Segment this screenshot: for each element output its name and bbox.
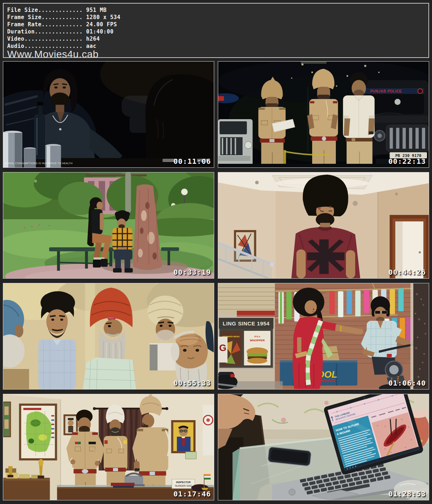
screenshot-grid: COHOL CONSUMPTIONS IS INJURIOUS TO HEALT… [3,61,429,500]
scene-home-interior [218,172,429,278]
scene-laptop: THE LONDON WOUNDS CENTRE HOW TO SUTURE A… [218,394,429,500]
nameplate [172,479,195,489]
scene-park [3,172,214,278]
wall-banner [203,405,214,455]
itsa-text: IT'S A [254,336,260,338]
whopper-text: WHOPPER [250,339,265,342]
ambedkar-portrait [171,420,195,453]
info-frame-rate: Frame Rate............ 24.00 FPS [7,21,428,28]
info-video: Video................. h264 [7,35,428,42]
wall-map [19,404,57,460]
timestamp-4: 00:44:26 [388,268,426,276]
timestamp-5: 00:55:33 [174,379,211,387]
screenshot-thumb-1: COHOL CONSUMPTIONS IS INJURIOUS TO HEALT… [3,61,214,168]
screenshot-thumb-2: PUNJAB POLICE PB 230 9170 [218,61,429,168]
timestamp-7: 01:17:46 [174,490,211,498]
timestamp-8: 01:28:53 [388,490,426,498]
screenshot-thumb-6: LING SINCE 1954 STUNNER MENU IT'S A WHOP… [218,283,429,390]
shop-sign-text: LING SINCE 1954 [223,320,270,327]
info-duration: Duration.............. 01:40:00 [7,28,428,35]
info-frame-size: Frame Size............ 1280 x 534 [7,14,428,21]
scene-night-police: PUNJAB POLICE PB 230 9170 [218,62,429,167]
screenshot-thumb-4: 00:44:26 [218,172,429,279]
scene-night-drink [3,62,214,167]
young-man [39,291,76,389]
screenshot-thumb-7: INSPECTOR TAJINDER SING 01:17:46 [3,394,214,500]
g-letter: G [219,343,226,353]
nameplate-line1: INSPECTOR [176,481,190,483]
scene-police-office: INSPECTOR TAJINDER SING [3,394,214,500]
small-green-frame [185,452,196,459]
tshirt-flag-print [307,239,345,274]
left-edge-frame [3,402,10,437]
health-warning-text: COHOL CONSUMPTIONS IS INJURIOUS TO HEALT… [5,162,73,165]
timestamp-1: 00:11:06 [174,157,211,166]
timestamp-6: 01:06:40 [388,379,426,387]
site-name: Www.Movies4u.cab [7,49,428,58]
scene-crowd [3,283,214,389]
cop-center-office [104,404,127,490]
palm-trunk-small [125,172,131,213]
punjab-police-sign: PUNJAB POLICE [370,89,402,93]
timestamp-2: 00:22:13 [388,157,426,166]
screenshot-thumb-5: 00:55:33 [3,283,214,390]
timestamp-3: 00:33:19 [174,268,211,276]
nameplate-line2: TAJINDER SING [175,485,192,487]
man-silhouette-right [145,75,214,167]
media-info-panel: File Size............. 951 MB Frame Size… [3,3,429,58]
info-file-size: File Size............. 951 MB [7,6,428,14]
scene-street: LING SINCE 1954 STUNNER MENU IT'S A WHOP… [218,283,429,389]
screenshot-thumb-3: 00:33:19 [3,172,214,279]
granite-pillar [413,283,429,389]
page: File Size............. 951 MB Frame Size… [0,0,432,503]
screenshot-thumb-8: THE LONDON WOUNDS CENTRE HOW TO SUTURE A… [218,394,429,500]
hp-logo [289,489,295,495]
